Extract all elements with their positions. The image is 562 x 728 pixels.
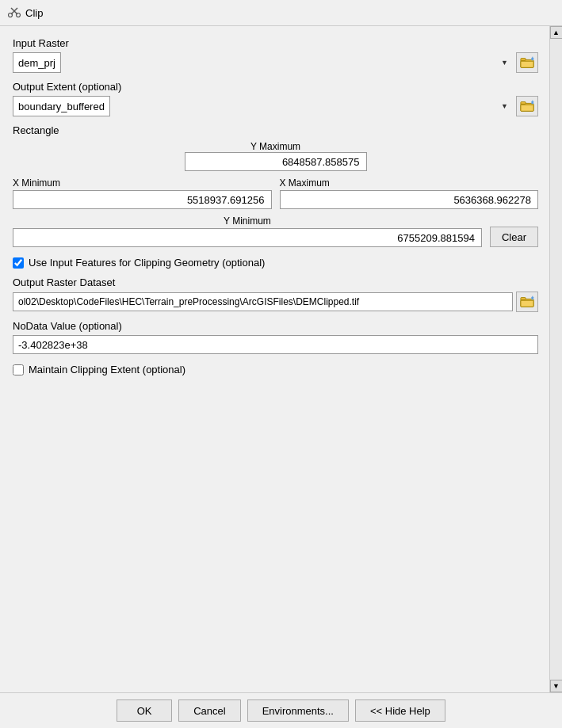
svg-rect-7 — [531, 58, 533, 61]
svg-rect-5 — [521, 59, 526, 61]
svg-rect-17 — [531, 297, 533, 300]
environments-button[interactable]: Environments... — [247, 699, 349, 722]
svg-rect-16 — [521, 300, 533, 307]
input-raster-label: Input Raster — [13, 37, 538, 49]
svg-point-2 — [9, 13, 13, 17]
svg-rect-12 — [531, 101, 533, 105]
svg-rect-6 — [521, 61, 533, 67]
maintain-clipping-row: Maintain Clipping Extent (optional) — [13, 364, 538, 375]
output-extent-label: Output Extent (optional) — [13, 81, 538, 93]
folder-open-icon — [520, 56, 534, 69]
use-input-features-checkbox[interactable] — [13, 257, 24, 269]
bottom-bar: OK Cancel Environments... << Hide Help — [0, 692, 562, 728]
svg-point-3 — [17, 13, 21, 17]
use-input-features-label: Use Input Features for Clipping Geometry… — [29, 257, 265, 269]
input-raster-folder-button[interactable] — [516, 52, 538, 73]
output-raster-input[interactable] — [13, 292, 513, 311]
output-extent-row: boundary_buffered — [13, 96, 538, 116]
y-max-section: Y Maximum — [13, 141, 538, 171]
use-input-features-row: Use Input Features for Clipping Geometry… — [13, 257, 538, 269]
folder-open-icon-3 — [520, 295, 534, 308]
maintain-clipping-label: Maintain Clipping Extent (optional) — [29, 364, 185, 375]
maintain-clipping-checkbox[interactable] — [13, 364, 24, 375]
output-raster-label: Output Raster Dataset — [13, 276, 538, 288]
output-extent-folder-button[interactable] — [516, 96, 538, 116]
y-min-section: Y Minimum — [13, 215, 482, 247]
output-raster-folder-button[interactable] — [516, 292, 538, 312]
input-raster-row: dem_prj — [13, 52, 538, 73]
x-min-section: X Minimum — [13, 177, 272, 209]
svg-rect-10 — [521, 102, 526, 105]
title-bar: Clip — [0, 0, 562, 26]
clear-button[interactable]: Clear — [490, 227, 538, 247]
nodata-value-input[interactable] — [13, 335, 538, 354]
y-max-label: Y Maximum — [250, 141, 300, 152]
output-raster-row — [13, 292, 538, 312]
x-min-label: X Minimum — [13, 177, 272, 189]
x-max-section: X Maximum — [280, 177, 539, 209]
x-max-label: X Maximum — [280, 177, 539, 189]
ok-button[interactable]: OK — [117, 699, 172, 722]
y-min-label: Y Minimum — [224, 215, 271, 227]
scroll-down-arrow[interactable]: ▼ — [550, 680, 563, 692]
svg-rect-15 — [521, 298, 526, 300]
dialog-title: Clip — [25, 7, 43, 19]
y-max-input[interactable] — [185, 152, 367, 171]
input-raster-dropdown[interactable]: dem_prj — [13, 52, 61, 73]
folder-open-icon-2 — [520, 100, 534, 112]
output-extent-dropdown[interactable]: boundary_buffered — [13, 96, 110, 116]
cancel-button[interactable]: Cancel — [178, 699, 240, 722]
x-min-input[interactable] — [13, 190, 272, 209]
nodata-value-label: NoData Value (optional) — [13, 320, 538, 332]
x-row: X Minimum X Maximum — [13, 177, 538, 209]
x-max-input[interactable] — [280, 190, 539, 209]
clip-icon — [8, 6, 21, 19]
y-min-row: Y Minimum Clear — [13, 215, 538, 247]
scroll-up-arrow[interactable]: ▲ — [550, 26, 563, 39]
hide-help-button[interactable]: << Hide Help — [355, 699, 445, 722]
scroll-track[interactable] — [550, 39, 563, 680]
y-min-input[interactable] — [13, 228, 482, 247]
scrollbar[interactable]: ▲ ▼ — [549, 26, 562, 692]
rectangle-label: Rectangle — [13, 124, 538, 136]
svg-rect-11 — [521, 105, 533, 111]
